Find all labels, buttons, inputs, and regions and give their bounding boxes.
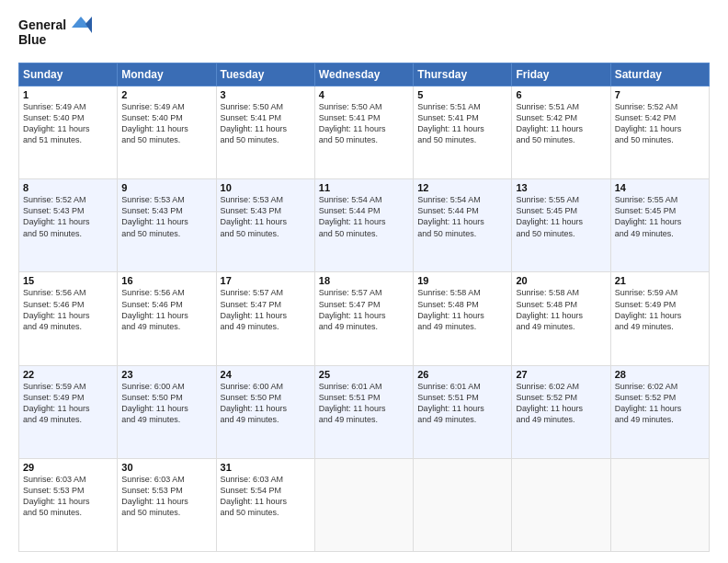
logo: General Blue: [18, 15, 92, 53]
day-number: 26: [417, 369, 507, 380]
calendar-day-cell: 6Sunrise: 5:51 AM Sunset: 5:42 PM Daylig…: [512, 86, 610, 179]
day-number: 30: [121, 462, 211, 473]
calendar-day-cell: 8Sunrise: 5:52 AM Sunset: 5:43 PM Daylig…: [19, 179, 118, 272]
calendar-day-cell: 21Sunrise: 5:59 AM Sunset: 5:49 PM Dayli…: [610, 272, 709, 365]
calendar-day-cell: [414, 458, 512, 551]
calendar-day-cell: [314, 458, 413, 551]
calendar-day-cell: 26Sunrise: 6:01 AM Sunset: 5:51 PM Dayli…: [414, 365, 512, 458]
day-number: 10: [221, 182, 311, 193]
calendar-day-cell: 25Sunrise: 6:01 AM Sunset: 5:51 PM Dayli…: [314, 365, 413, 458]
day-number: 27: [516, 369, 606, 380]
day-info: Sunrise: 6:01 AM Sunset: 5:51 PM Dayligh…: [319, 381, 409, 426]
calendar-week-row: 8Sunrise: 5:52 AM Sunset: 5:43 PM Daylig…: [19, 179, 710, 272]
page: General Blue SundayMondayTuesdayWednesda…: [0, 0, 728, 563]
calendar-header-cell: Wednesday: [314, 63, 413, 86]
calendar-header-cell: Saturday: [610, 63, 709, 86]
day-info: Sunrise: 5:51 AM Sunset: 5:41 PM Dayligh…: [417, 101, 507, 146]
calendar-day-cell: 27Sunrise: 6:02 AM Sunset: 5:52 PM Dayli…: [512, 365, 610, 458]
calendar-body: 1Sunrise: 5:49 AM Sunset: 5:40 PM Daylig…: [19, 86, 710, 552]
day-info: Sunrise: 5:58 AM Sunset: 5:48 PM Dayligh…: [516, 287, 606, 332]
calendar-day-cell: 3Sunrise: 5:50 AM Sunset: 5:41 PM Daylig…: [216, 86, 314, 179]
day-info: Sunrise: 5:51 AM Sunset: 5:42 PM Dayligh…: [516, 101, 606, 146]
day-info: Sunrise: 5:57 AM Sunset: 5:47 PM Dayligh…: [221, 287, 311, 332]
calendar-day-cell: 15Sunrise: 5:56 AM Sunset: 5:46 PM Dayli…: [19, 272, 118, 365]
calendar-day-cell: 1Sunrise: 5:49 AM Sunset: 5:40 PM Daylig…: [19, 86, 118, 179]
calendar-day-cell: 30Sunrise: 6:03 AM Sunset: 5:53 PM Dayli…: [118, 458, 216, 551]
calendar-day-cell: 22Sunrise: 5:59 AM Sunset: 5:49 PM Dayli…: [19, 365, 118, 458]
calendar-header-cell: Monday: [118, 63, 216, 86]
day-number: 4: [319, 89, 409, 100]
calendar-day-cell: 12Sunrise: 5:54 AM Sunset: 5:44 PM Dayli…: [414, 179, 512, 272]
day-number: 3: [221, 89, 311, 100]
calendar-day-cell: 16Sunrise: 5:56 AM Sunset: 5:46 PM Dayli…: [118, 272, 216, 365]
day-info: Sunrise: 5:52 AM Sunset: 5:43 PM Dayligh…: [23, 194, 113, 239]
calendar-day-cell: [512, 458, 610, 551]
day-number: 12: [417, 182, 507, 193]
calendar-header-cell: Tuesday: [216, 63, 314, 86]
logo-svg: General Blue: [18, 15, 92, 53]
day-number: 22: [23, 369, 113, 380]
calendar-day-cell: 5Sunrise: 5:51 AM Sunset: 5:41 PM Daylig…: [414, 86, 512, 179]
day-info: Sunrise: 5:53 AM Sunset: 5:43 PM Dayligh…: [221, 194, 311, 239]
day-info: Sunrise: 5:56 AM Sunset: 5:46 PM Dayligh…: [23, 287, 113, 332]
day-number: 23: [121, 369, 211, 380]
calendar-day-cell: 14Sunrise: 5:55 AM Sunset: 5:45 PM Dayli…: [610, 179, 709, 272]
calendar-week-row: 29Sunrise: 6:03 AM Sunset: 5:53 PM Dayli…: [19, 458, 710, 551]
day-info: Sunrise: 5:49 AM Sunset: 5:40 PM Dayligh…: [121, 101, 211, 146]
day-info: Sunrise: 5:54 AM Sunset: 5:44 PM Dayligh…: [319, 194, 409, 239]
day-info: Sunrise: 5:55 AM Sunset: 5:45 PM Dayligh…: [615, 194, 705, 239]
day-number: 2: [121, 89, 211, 100]
calendar-day-cell: 7Sunrise: 5:52 AM Sunset: 5:42 PM Daylig…: [610, 86, 709, 179]
day-number: 20: [516, 275, 606, 286]
day-info: Sunrise: 5:57 AM Sunset: 5:47 PM Dayligh…: [319, 287, 409, 332]
calendar-day-cell: 2Sunrise: 5:49 AM Sunset: 5:40 PM Daylig…: [118, 86, 216, 179]
day-info: Sunrise: 6:03 AM Sunset: 5:53 PM Dayligh…: [121, 474, 211, 519]
calendar-header-cell: Thursday: [414, 63, 512, 86]
calendar-day-cell: 9Sunrise: 5:53 AM Sunset: 5:43 PM Daylig…: [118, 179, 216, 272]
day-info: Sunrise: 5:59 AM Sunset: 5:49 PM Dayligh…: [615, 287, 705, 332]
day-number: 13: [516, 182, 606, 193]
day-info: Sunrise: 5:52 AM Sunset: 5:42 PM Dayligh…: [615, 101, 705, 146]
day-number: 21: [615, 275, 705, 286]
day-info: Sunrise: 5:58 AM Sunset: 5:48 PM Dayligh…: [417, 287, 507, 332]
day-info: Sunrise: 5:50 AM Sunset: 5:41 PM Dayligh…: [221, 101, 311, 146]
day-number: 8: [23, 182, 113, 193]
calendar-day-cell: 28Sunrise: 6:02 AM Sunset: 5:52 PM Dayli…: [610, 365, 709, 458]
calendar-header-cell: Friday: [512, 63, 610, 86]
calendar-day-cell: 10Sunrise: 5:53 AM Sunset: 5:43 PM Dayli…: [216, 179, 314, 272]
calendar-day-cell: 11Sunrise: 5:54 AM Sunset: 5:44 PM Dayli…: [314, 179, 413, 272]
day-info: Sunrise: 6:03 AM Sunset: 5:53 PM Dayligh…: [23, 474, 113, 519]
calendar-day-cell: 18Sunrise: 5:57 AM Sunset: 5:47 PM Dayli…: [314, 272, 413, 365]
day-info: Sunrise: 5:53 AM Sunset: 5:43 PM Dayligh…: [121, 194, 211, 239]
day-info: Sunrise: 6:02 AM Sunset: 5:52 PM Dayligh…: [615, 381, 705, 426]
day-number: 31: [221, 462, 311, 473]
calendar-day-cell: 17Sunrise: 5:57 AM Sunset: 5:47 PM Dayli…: [216, 272, 314, 365]
day-info: Sunrise: 5:56 AM Sunset: 5:46 PM Dayligh…: [121, 287, 211, 332]
day-number: 5: [417, 89, 507, 100]
calendar-header-row: SundayMondayTuesdayWednesdayThursdayFrid…: [19, 63, 710, 86]
calendar-day-cell: 23Sunrise: 6:00 AM Sunset: 5:50 PM Dayli…: [118, 365, 216, 458]
calendar-header-cell: Sunday: [19, 63, 118, 86]
day-number: 17: [221, 275, 311, 286]
day-info: Sunrise: 6:03 AM Sunset: 5:54 PM Dayligh…: [221, 474, 311, 519]
day-number: 28: [615, 369, 705, 380]
day-number: 11: [319, 182, 409, 193]
day-number: 6: [516, 89, 606, 100]
calendar-week-row: 15Sunrise: 5:56 AM Sunset: 5:46 PM Dayli…: [19, 272, 710, 365]
day-number: 29: [23, 462, 113, 473]
day-number: 24: [221, 369, 311, 380]
calendar-week-row: 1Sunrise: 5:49 AM Sunset: 5:40 PM Daylig…: [19, 86, 710, 179]
day-info: Sunrise: 5:59 AM Sunset: 5:49 PM Dayligh…: [23, 381, 113, 426]
svg-marker-3: [85, 17, 92, 33]
header: General Blue: [18, 15, 710, 53]
svg-text:Blue: Blue: [18, 32, 47, 47]
day-number: 19: [417, 275, 507, 286]
day-number: 18: [319, 275, 409, 286]
calendar-day-cell: 13Sunrise: 5:55 AM Sunset: 5:45 PM Dayli…: [512, 179, 610, 272]
day-number: 1: [23, 89, 113, 100]
calendar-day-cell: 19Sunrise: 5:58 AM Sunset: 5:48 PM Dayli…: [414, 272, 512, 365]
day-number: 25: [319, 369, 409, 380]
day-info: Sunrise: 5:55 AM Sunset: 5:45 PM Dayligh…: [516, 194, 606, 239]
calendar-table: SundayMondayTuesdayWednesdayThursdayFrid…: [18, 63, 710, 552]
calendar-week-row: 22Sunrise: 5:59 AM Sunset: 5:49 PM Dayli…: [19, 365, 710, 458]
